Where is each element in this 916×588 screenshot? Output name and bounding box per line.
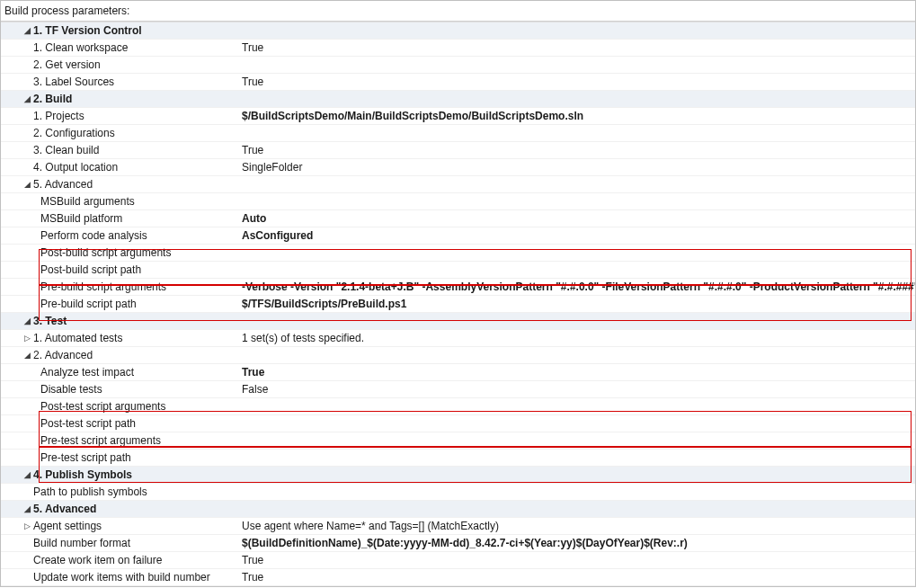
category-label: 4. Publish Symbols <box>33 468 132 481</box>
prop-value[interactable] <box>242 262 915 278</box>
prop-value[interactable]: True <box>242 74 915 90</box>
row-label-sources[interactable]: 3. Label Sources True <box>1 74 915 91</box>
category-build[interactable]: 2. Build <box>1 91 915 108</box>
expand-icon[interactable] <box>4 470 31 479</box>
expand-icon[interactable] <box>4 180 31 189</box>
row-agent-settings[interactable]: Agent settings Use agent where Name=* an… <box>1 518 915 535</box>
prop-value[interactable] <box>242 193 915 209</box>
prop-label: Perform code analysis <box>40 229 147 242</box>
build-parameters-panel: Build process parameters: 1. TF Version … <box>0 0 916 587</box>
prop-value[interactable]: $/TFS/BuildScripts/PreBuild.ps1 <box>242 296 915 312</box>
row-post-test-args[interactable]: Post-test script arguments <box>1 398 915 415</box>
prop-value[interactable]: True <box>242 364 915 380</box>
prop-value[interactable] <box>242 415 915 432</box>
prop-label: 2. Get version <box>33 58 101 71</box>
prop-value[interactable]: AsConfigured <box>242 227 915 244</box>
prop-label: Path to publish symbols <box>33 486 147 498</box>
row-test-advanced[interactable]: 2. Advanced <box>1 347 915 364</box>
row-clean-build[interactable]: 3. Clean build True <box>1 142 915 159</box>
prop-label: 5. Advanced <box>33 178 93 191</box>
expand-icon[interactable] <box>4 316 31 325</box>
row-path-publish-symbols[interactable]: Path to publish symbols <box>1 484 915 501</box>
prop-value[interactable] <box>242 450 915 466</box>
panel-title: Build process parameters: <box>1 1 915 22</box>
prop-value[interactable]: Use agent where Name=* and Tags=[] (Matc… <box>242 518 915 534</box>
prop-value[interactable] <box>242 484 915 500</box>
row-projects[interactable]: 1. Projects $/BuildScriptsDemo/Main/Buil… <box>1 108 915 125</box>
prop-label: MSBuild platform <box>40 212 122 225</box>
prop-value[interactable]: -Verbose -Version "2.1.4-beta+J.B" -Asse… <box>242 279 915 295</box>
row-pre-build-args[interactable]: Pre-build script arguments -Verbose -Ver… <box>1 279 915 296</box>
row-create-work-item[interactable]: Create work item on failure True <box>1 552 915 569</box>
prop-value[interactable]: True <box>242 569 915 585</box>
row-configurations[interactable]: 2. Configurations <box>1 125 915 142</box>
row-msbuild-arguments[interactable]: MSBuild arguments <box>1 193 915 210</box>
prop-label: 2. Configurations <box>33 127 115 139</box>
expand-icon[interactable] <box>4 334 31 343</box>
prop-label: Post-build script arguments <box>40 246 171 259</box>
prop-label: Agent settings <box>33 520 102 532</box>
prop-label: 1. Clean workspace <box>33 41 128 54</box>
prop-value[interactable]: False <box>242 381 915 397</box>
prop-label: Build number format <box>33 537 130 549</box>
prop-label: 2. Advanced <box>33 349 93 361</box>
prop-value[interactable] <box>242 57 915 73</box>
prop-label: Pre-test script path <box>40 451 131 464</box>
prop-label: Create work item on failure <box>33 554 162 566</box>
prop-value[interactable]: True <box>242 552 915 568</box>
prop-label: Disable tests <box>40 383 102 396</box>
row-output-location[interactable]: 4. Output location SingleFolder <box>1 159 915 176</box>
category-publish-symbols[interactable]: 4. Publish Symbols <box>1 467 915 484</box>
prop-label: Analyze test impact <box>40 366 134 379</box>
prop-label: 1. Automated tests <box>33 332 122 344</box>
category-tf-version-control[interactable]: 1. TF Version Control <box>1 22 915 40</box>
prop-label: 4. Output location <box>33 161 118 174</box>
category-label: 3. Test <box>33 315 67 327</box>
row-post-build-path[interactable]: Post-build script path <box>1 262 915 279</box>
category-label: 1. TF Version Control <box>33 24 142 37</box>
prop-value[interactable]: Auto <box>242 210 915 227</box>
row-post-test-path[interactable]: Post-test script path <box>1 415 915 432</box>
row-pre-test-args[interactable]: Pre-test script arguments <box>1 432 915 450</box>
prop-value[interactable]: $/BuildScriptsDemo/Main/BuildScriptsDemo… <box>242 108 915 124</box>
prop-label: 1. Projects <box>33 110 84 122</box>
expand-icon[interactable] <box>4 94 31 103</box>
expand-icon[interactable] <box>4 521 31 530</box>
row-get-version[interactable]: 2. Get version <box>1 57 915 74</box>
expand-icon[interactable] <box>4 351 31 360</box>
prop-value[interactable]: True <box>242 40 915 56</box>
expand-icon[interactable] <box>4 26 31 35</box>
category-advanced[interactable]: 5. Advanced <box>1 501 915 518</box>
row-pre-build-path[interactable]: Pre-build script path $/TFS/BuildScripts… <box>1 296 915 313</box>
category-test[interactable]: 3. Test <box>1 313 915 330</box>
row-disable-tests[interactable]: Disable tests False <box>1 381 915 398</box>
row-build-number-format[interactable]: Build number format $(BuildDefinitionNam… <box>1 535 915 552</box>
prop-value[interactable] <box>242 398 915 414</box>
prop-label: Pre-build script arguments <box>40 281 166 293</box>
prop-label: Pre-test script arguments <box>40 434 161 447</box>
prop-label: Pre-build script path <box>40 298 137 310</box>
prop-label: 3. Label Sources <box>33 76 114 88</box>
row-pre-test-path[interactable]: Pre-test script path <box>1 450 915 467</box>
prop-value[interactable]: True <box>242 142 915 158</box>
prop-label: Post-test script path <box>40 417 136 430</box>
row-analyze-test-impact[interactable]: Analyze test impact True <box>1 364 915 381</box>
row-post-build-args[interactable]: Post-build script arguments <box>1 245 915 262</box>
prop-value[interactable] <box>242 432 915 449</box>
row-clean-workspace[interactable]: 1. Clean workspace True <box>1 40 915 57</box>
category-label: 2. Build <box>33 93 72 105</box>
prop-value[interactable]: SingleFolder <box>242 159 915 175</box>
prop-label: Post-build script path <box>40 263 141 276</box>
row-automated-tests[interactable]: 1. Automated tests 1 set(s) of tests spe… <box>1 330 915 347</box>
prop-label: Post-test script arguments <box>40 400 165 413</box>
row-update-work-items[interactable]: Update work items with build number True <box>1 569 915 586</box>
expand-icon[interactable] <box>4 504 31 513</box>
prop-value[interactable] <box>242 125 915 141</box>
prop-value[interactable]: 1 set(s) of tests specified. <box>242 330 915 346</box>
row-perform-code-analysis[interactable]: Perform code analysis AsConfigured <box>1 227 915 245</box>
row-msbuild-platform[interactable]: MSBuild platform Auto <box>1 210 915 227</box>
prop-value[interactable]: $(BuildDefinitionName)_$(Date:yyyy-MM-dd… <box>242 535 915 551</box>
property-grid[interactable]: 1. TF Version Control 1. Clean workspace… <box>1 22 915 586</box>
row-build-advanced[interactable]: 5. Advanced <box>1 176 915 193</box>
prop-value[interactable] <box>242 245 915 261</box>
